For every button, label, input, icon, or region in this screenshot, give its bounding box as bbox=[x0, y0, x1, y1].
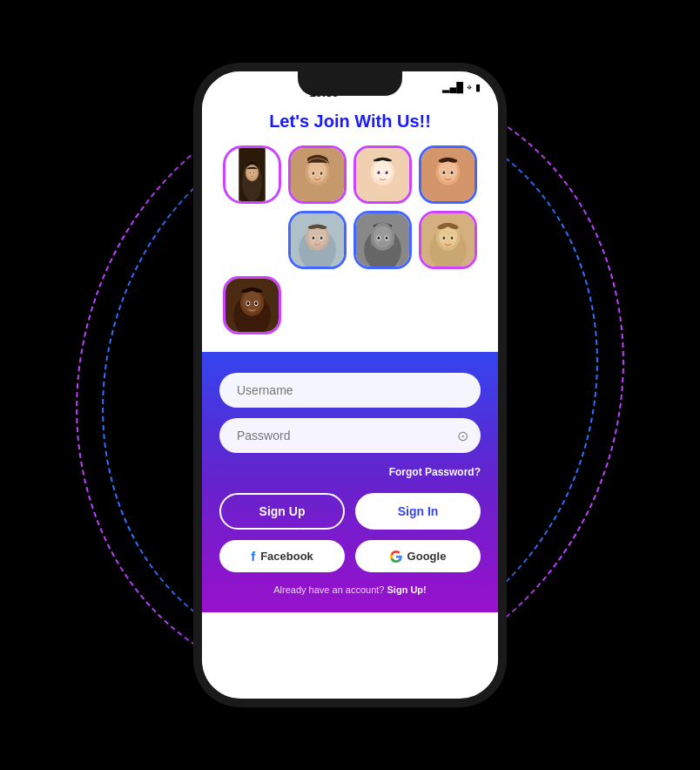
account-text: Already have an account? bbox=[273, 584, 384, 595]
google-button[interactable]: Google bbox=[355, 540, 481, 572]
svg-point-31 bbox=[442, 171, 445, 174]
svg-point-39 bbox=[312, 236, 314, 240]
signal-icon: ▂▄█ bbox=[442, 82, 463, 93]
svg-point-56 bbox=[451, 236, 454, 240]
avatar-face-3 bbox=[356, 148, 409, 201]
avatar-7[interactable] bbox=[419, 211, 477, 269]
svg-point-63 bbox=[246, 301, 249, 305]
avatar-face-1 bbox=[291, 148, 344, 201]
phone-frame: 10:30 ▂▄█ ⌖ ▮ Let's Join With Us!! bbox=[202, 71, 498, 699]
status-bar: 10:30 ▂▄█ ⌖ ▮ bbox=[202, 71, 498, 103]
svg-point-64 bbox=[255, 301, 258, 305]
phone-top: Let's Join With Us!! bbox=[202, 103, 498, 352]
avatar-face-2 bbox=[225, 148, 279, 201]
avatar-8[interactable] bbox=[223, 276, 281, 334]
svg-point-48 bbox=[386, 236, 388, 240]
username-wrapper bbox=[219, 373, 481, 408]
svg-point-16 bbox=[253, 172, 255, 174]
password-input[interactable] bbox=[219, 418, 481, 453]
avatar-1[interactable] bbox=[288, 145, 347, 204]
page-title: Let's Join With Us!! bbox=[219, 111, 481, 132]
avatar-face-7 bbox=[421, 213, 475, 267]
username-input[interactable] bbox=[219, 373, 481, 408]
password-wrapper: ⊙ bbox=[219, 418, 481, 453]
forgot-password-link[interactable]: Forgot Password? bbox=[389, 466, 481, 478]
phone-bottom: ⊙ Forgot Password? Sign Up Sign In f Fac… bbox=[202, 352, 498, 612]
svg-rect-8 bbox=[291, 148, 344, 201]
forgot-password-row: Forgot Password? bbox=[219, 463, 481, 479]
svg-point-15 bbox=[249, 172, 251, 174]
battery-icon: ▮ bbox=[475, 82, 481, 93]
avatar-2[interactable] bbox=[223, 145, 281, 204]
svg-point-40 bbox=[320, 236, 323, 240]
avatar-face-4 bbox=[421, 148, 475, 201]
notch bbox=[298, 71, 402, 96]
status-icons: ▂▄█ ⌖ ▮ bbox=[442, 82, 481, 93]
avatar-5[interactable] bbox=[288, 211, 347, 269]
facebook-label: Facebook bbox=[260, 550, 313, 563]
svg-point-32 bbox=[451, 171, 454, 174]
svg-point-47 bbox=[377, 236, 380, 240]
password-eye-icon[interactable]: ⊙ bbox=[457, 428, 468, 444]
svg-point-20 bbox=[374, 160, 392, 181]
avatar-4[interactable] bbox=[419, 145, 477, 204]
svg-point-24 bbox=[386, 171, 388, 174]
social-buttons: f Facebook Google bbox=[219, 540, 481, 572]
google-label: Google bbox=[407, 550, 447, 563]
svg-point-28 bbox=[439, 160, 457, 181]
google-icon bbox=[390, 550, 402, 563]
auth-buttons: Sign Up Sign In bbox=[219, 493, 481, 530]
account-text-row: Already have an account? Sign Up! bbox=[219, 584, 481, 595]
avatar-6[interactable] bbox=[353, 211, 412, 269]
avatar-face-6 bbox=[356, 213, 409, 267]
svg-point-36 bbox=[308, 226, 326, 247]
svg-point-55 bbox=[442, 236, 445, 240]
avatar-3[interactable] bbox=[353, 145, 412, 204]
account-link[interactable]: Sign Up! bbox=[387, 584, 427, 595]
facebook-button[interactable]: f Facebook bbox=[219, 540, 345, 572]
signup-button[interactable]: Sign Up bbox=[219, 493, 345, 530]
svg-point-23 bbox=[377, 171, 380, 174]
avatar-face-8 bbox=[225, 279, 279, 332]
svg-point-60 bbox=[243, 291, 261, 312]
avatar-grid bbox=[219, 145, 481, 334]
facebook-icon: f bbox=[251, 549, 255, 564]
avatar-face-5 bbox=[291, 213, 344, 267]
wifi-icon: ⌖ bbox=[467, 82, 472, 93]
signin-button[interactable]: Sign In bbox=[355, 493, 481, 530]
